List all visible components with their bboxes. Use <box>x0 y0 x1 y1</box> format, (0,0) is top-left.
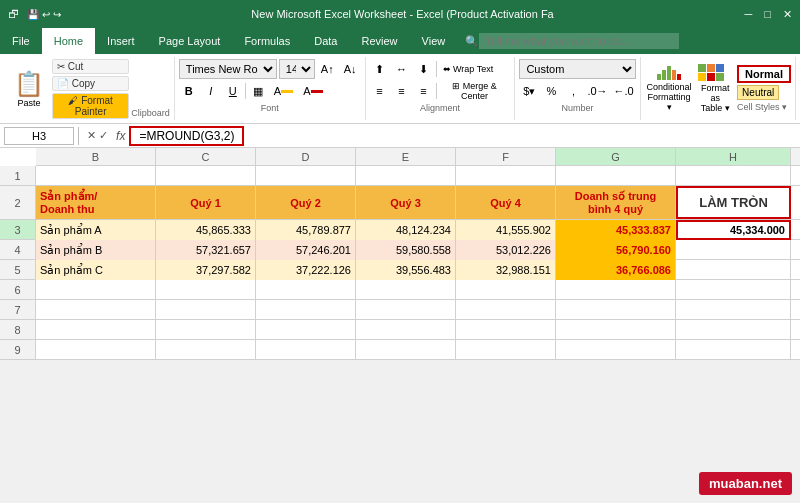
cell-h5[interactable] <box>676 260 791 280</box>
cell-b5[interactable]: Sản phẩm C <box>36 260 156 280</box>
align-right-btn[interactable]: ≡ <box>414 81 434 101</box>
formula-input[interactable]: =MROUND(G3,2) <box>129 126 244 146</box>
cell-e2[interactable]: Quý 3 <box>356 186 456 219</box>
cell-d5[interactable]: 37,222.126 <box>256 260 356 280</box>
cut-button[interactable]: ✂ Cut <box>52 59 129 74</box>
cell-d9[interactable] <box>256 340 356 360</box>
cell-f7[interactable] <box>456 300 556 320</box>
cell-c8[interactable] <box>156 320 256 340</box>
cell-c2[interactable]: Quý 1 <box>156 186 256 219</box>
cell-g7[interactable] <box>556 300 676 320</box>
font-size-select[interactable]: 14 <box>279 59 315 79</box>
conditional-formatting-btn[interactable]: ConditionalFormatting ▾ <box>645 64 694 114</box>
cell-g4[interactable]: 56,790.160 <box>556 240 676 260</box>
cell-c3[interactable]: 45,865.333 <box>156 220 256 240</box>
copy-button[interactable]: 📄 Copy <box>52 76 129 91</box>
wrap-text-btn[interactable]: ⬌ Wrap Text <box>439 59 498 79</box>
tab-home[interactable]: Home <box>42 28 95 54</box>
bold-button[interactable]: B <box>179 81 199 101</box>
cell-f6[interactable] <box>456 280 556 300</box>
cell-b4[interactable]: Sản phẩm B <box>36 240 156 260</box>
cell-g1[interactable] <box>556 166 676 186</box>
currency-btn[interactable]: $▾ <box>519 81 539 101</box>
cell-f9[interactable] <box>456 340 556 360</box>
tab-review[interactable]: Review <box>349 28 409 54</box>
italic-button[interactable]: I <box>201 81 221 101</box>
cell-reference-box[interactable] <box>4 127 74 145</box>
increase-font-btn[interactable]: A↑ <box>317 59 338 79</box>
cell-e8[interactable] <box>356 320 456 340</box>
title-bar-controls[interactable]: ─ □ ✕ <box>745 8 792 21</box>
comma-btn[interactable]: , <box>563 81 583 101</box>
border-button[interactable]: ▦ <box>248 81 268 101</box>
cell-h7[interactable] <box>676 300 791 320</box>
cell-d7[interactable] <box>256 300 356 320</box>
cell-f4[interactable]: 53,012.226 <box>456 240 556 260</box>
maximize-btn[interactable]: □ <box>764 8 771 21</box>
cell-e5[interactable]: 39,556.483 <box>356 260 456 280</box>
tab-formulas[interactable]: Formulas <box>232 28 302 54</box>
align-bottom-btn[interactable]: ⬇ <box>414 59 434 79</box>
format-as-table-btn[interactable]: Format asTable ▾ <box>698 64 733 113</box>
tab-file[interactable]: File <box>0 28 42 54</box>
cell-b1[interactable] <box>36 166 156 186</box>
tab-view[interactable]: View <box>410 28 458 54</box>
cell-d6[interactable] <box>256 280 356 300</box>
cell-f1[interactable] <box>456 166 556 186</box>
close-btn[interactable]: ✕ <box>783 8 792 21</box>
cell-c7[interactable] <box>156 300 256 320</box>
cell-b6[interactable] <box>36 280 156 300</box>
tab-data[interactable]: Data <box>302 28 349 54</box>
cell-f3[interactable]: 41,555.902 <box>456 220 556 240</box>
decrease-font-btn[interactable]: A↓ <box>340 59 361 79</box>
cell-c6[interactable] <box>156 280 256 300</box>
cell-b2[interactable]: Sản phẩm/ Doanh thu <box>36 186 156 219</box>
cell-d2[interactable]: Quý 2 <box>256 186 356 219</box>
cell-h9[interactable] <box>676 340 791 360</box>
cell-h4[interactable] <box>676 240 791 260</box>
cell-f2[interactable]: Quý 4 <box>456 186 556 219</box>
cell-g9[interactable] <box>556 340 676 360</box>
cell-d1[interactable] <box>256 166 356 186</box>
fx-button[interactable]: ✕ ✓ <box>83 129 112 142</box>
cell-h8[interactable] <box>676 320 791 340</box>
fill-color-button[interactable]: A <box>270 81 297 101</box>
cell-g2[interactable]: Doanh số trung bình 4 quý <box>556 186 676 219</box>
cell-b9[interactable] <box>36 340 156 360</box>
cell-d8[interactable] <box>256 320 356 340</box>
cell-g5[interactable]: 36,766.086 <box>556 260 676 280</box>
cell-b3[interactable]: Sản phẩm A <box>36 220 156 240</box>
cell-e3[interactable]: 48,124.234 <box>356 220 456 240</box>
tab-page-layout[interactable]: Page Layout <box>147 28 233 54</box>
merge-center-btn[interactable]: ⊞ Merge & Center <box>438 81 510 101</box>
cell-c4[interactable]: 57,321.657 <box>156 240 256 260</box>
font-color-button[interactable]: A <box>299 81 326 101</box>
format-painter-button[interactable]: 🖌 Format Painter <box>52 93 129 119</box>
normal-style[interactable]: Normal <box>737 65 791 83</box>
align-left-btn[interactable]: ≡ <box>370 81 390 101</box>
align-middle-btn[interactable]: ↔ <box>392 59 412 79</box>
cell-b8[interactable] <box>36 320 156 340</box>
cell-e6[interactable] <box>356 280 456 300</box>
align-center-btn[interactable]: ≡ <box>392 81 412 101</box>
cell-f5[interactable]: 32,988.151 <box>456 260 556 280</box>
cell-c5[interactable]: 37,297.582 <box>156 260 256 280</box>
percent-btn[interactable]: % <box>541 81 561 101</box>
font-name-select[interactable]: Times New Ro <box>179 59 277 79</box>
cell-c1[interactable] <box>156 166 256 186</box>
cell-h3[interactable]: 45,334.000 <box>676 220 791 240</box>
cell-g8[interactable] <box>556 320 676 340</box>
cell-e9[interactable] <box>356 340 456 360</box>
cell-e4[interactable]: 59,580.558 <box>356 240 456 260</box>
cell-e7[interactable] <box>356 300 456 320</box>
tab-insert[interactable]: Insert <box>95 28 147 54</box>
cell-h6[interactable] <box>676 280 791 300</box>
underline-button[interactable]: U <box>223 81 243 101</box>
neutral-style[interactable]: Neutral <box>737 85 779 100</box>
cell-d4[interactable]: 57,246.201 <box>256 240 356 260</box>
cell-e1[interactable] <box>356 166 456 186</box>
minimize-btn[interactable]: ─ <box>745 8 753 21</box>
cell-g3[interactable]: 45,333.837 <box>556 220 676 240</box>
increase-decimal-btn[interactable]: .0→ <box>585 81 609 101</box>
cell-b7[interactable] <box>36 300 156 320</box>
